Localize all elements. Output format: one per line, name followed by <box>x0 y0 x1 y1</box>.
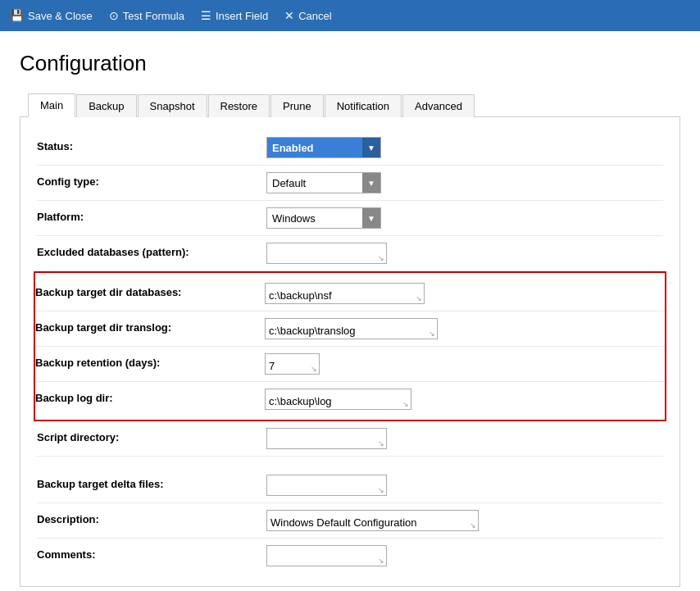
cancel-icon: ✕ <box>284 9 294 22</box>
cancel-button[interactable]: ✕ Cancel <box>284 9 331 22</box>
excluded-db-resize-icon: ↘ <box>378 255 384 262</box>
backup-log-dir-resize-icon: ↘ <box>402 401 409 408</box>
config-type-value: Default ▼ <box>266 172 663 193</box>
excluded-db-field[interactable] <box>269 248 376 262</box>
backup-target-translog-wrapper: c:\backup\translog ↘ <box>265 318 438 339</box>
backup-log-dir-label: Backup log dir: <box>35 389 265 404</box>
script-dir-resize-icon: ↘ <box>378 440 384 448</box>
backup-delta-label: Backup target delta files: <box>37 475 266 490</box>
backup-target-translog-field[interactable]: c:\backup\translog <box>267 324 427 338</box>
tab-snapshot[interactable]: Snapshot <box>138 94 207 117</box>
toolbar: 💾 Save & Close ⊙ Test Formula ☰ Insert F… <box>0 0 700 31</box>
test-formula-label: Test Formula <box>123 10 184 22</box>
cancel-label: Cancel <box>298 10 331 22</box>
backup-delta-row: Backup target delta files: ↘ <box>37 468 663 503</box>
backup-delta-wrapper: ↘ <box>266 475 387 496</box>
excluded-db-row: Excluded databases (pattern): ↘ <box>37 236 663 271</box>
save-close-button[interactable]: 💾 Save & Close <box>10 9 93 22</box>
description-wrapper: Windows Default Configuration ↘ <box>266 510 479 531</box>
excluded-db-value: ↘ <box>266 243 663 264</box>
comments-label: Comments: <box>37 545 266 561</box>
platform-dropdown-arrow: ▼ <box>362 208 380 228</box>
backup-delta-value: ↘ <box>266 475 663 496</box>
comments-value: ↘ <box>266 545 663 566</box>
page-content: Configuration Main Backup Snapshot Resto… <box>0 31 700 587</box>
script-dir-row: Script directory: ↘ <box>37 421 663 457</box>
backup-target-db-value: c:\backup\nsf ↘ <box>265 283 665 304</box>
description-label: Description: <box>37 510 266 525</box>
backup-log-dir-value: c:\backup\log ↘ <box>265 389 665 410</box>
insert-icon: ☰ <box>201 9 211 22</box>
tab-main[interactable]: Main <box>28 93 75 117</box>
platform-dropdown-text: Windows <box>267 212 362 225</box>
comments-row: Comments: ↘ <box>37 539 663 573</box>
comments-wrapper: ↘ <box>266 545 387 566</box>
backup-target-db-row: Backup target dir databases: c:\backup\n… <box>35 276 665 311</box>
backup-retention-resize-icon: ↘ <box>311 366 317 373</box>
backup-delta-field[interactable] <box>269 480 376 494</box>
script-dir-label: Script directory: <box>37 428 266 443</box>
backup-log-dir-field[interactable]: c:\backup\log <box>267 394 401 408</box>
test-formula-button[interactable]: ⊙ Test Formula <box>109 9 184 22</box>
comments-field[interactable] <box>269 551 376 565</box>
script-dir-value: ↘ <box>266 428 663 449</box>
tab-notification[interactable]: Notification <box>325 94 402 117</box>
description-row: Description: Windows Default Configurati… <box>37 503 663 539</box>
script-dir-wrapper: ↘ <box>266 428 387 449</box>
status-value: Enabled ▼ <box>266 137 663 158</box>
formula-icon: ⊙ <box>109 9 119 22</box>
config-type-label: Config type: <box>37 172 266 188</box>
save-icon: 💾 <box>10 9 24 22</box>
status-dropdown-arrow: ▼ <box>362 138 380 157</box>
backup-delta-resize-icon: ↘ <box>378 487 384 494</box>
backup-target-translog-row: Backup target dir translog: c:\backup\tr… <box>35 311 665 347</box>
backup-target-translog-label: Backup target dir translog: <box>35 318 265 334</box>
platform-row: Platform: Windows ▼ <box>37 201 663 236</box>
backup-target-db-wrapper: c:\backup\nsf ↘ <box>265 283 425 304</box>
config-type-row: Config type: Default ▼ <box>37 166 663 201</box>
tab-backup[interactable]: Backup <box>76 94 136 117</box>
insert-field-button[interactable]: ☰ Insert Field <box>201 9 268 22</box>
tab-advanced[interactable]: Advanced <box>402 94 475 117</box>
backup-log-dir-row: Backup log dir: c:\backup\log ↘ <box>35 382 665 416</box>
backup-target-db-label: Backup target dir databases: <box>35 283 265 298</box>
backup-target-db-resize-icon: ↘ <box>416 295 422 302</box>
comments-resize-icon: ↘ <box>378 557 384 565</box>
backup-retention-field[interactable]: 7 <box>267 359 309 373</box>
platform-dropdown[interactable]: Windows ▼ <box>266 207 381 229</box>
config-type-dropdown-text: Default <box>267 177 362 189</box>
status-row: Status: Enabled ▼ <box>37 130 663 166</box>
backup-target-translog-value: c:\backup\translog ↘ <box>265 318 665 339</box>
description-resize-icon: ↘ <box>470 522 476 530</box>
description-field[interactable]: Windows Default Configuration <box>269 516 468 530</box>
platform-value: Windows ▼ <box>266 207 663 229</box>
backup-target-translog-resize-icon: ↘ <box>429 330 435 338</box>
insert-field-label: Insert Field <box>216 10 268 22</box>
page-title: Configuration <box>20 51 680 76</box>
backup-retention-label: Backup retention (days): <box>35 353 265 369</box>
status-dropdown[interactable]: Enabled ▼ <box>266 137 381 158</box>
tab-prune[interactable]: Prune <box>270 94 324 117</box>
backup-retention-value: 7 ↘ <box>265 353 665 375</box>
backup-log-dir-wrapper: c:\backup\log ↘ <box>265 389 411 410</box>
tabs: Main Backup Snapshot Restore Prune Notif… <box>20 93 680 117</box>
spacer-1 <box>37 457 663 468</box>
backup-target-db-field[interactable]: c:\backup\nsf <box>267 289 414 302</box>
backup-retention-row: Backup retention (days): 7 ↘ <box>35 347 665 382</box>
save-close-label: Save & Close <box>28 10 93 22</box>
config-type-dropdown-arrow: ▼ <box>362 173 380 193</box>
status-dropdown-text: Enabled <box>267 142 362 154</box>
excluded-db-label: Excluded databases (pattern): <box>37 243 266 258</box>
description-value: Windows Default Configuration ↘ <box>266 510 663 531</box>
platform-label: Platform: <box>37 207 266 223</box>
script-dir-field[interactable] <box>269 434 376 448</box>
backup-retention-wrapper: 7 ↘ <box>265 353 320 375</box>
config-type-dropdown[interactable]: Default ▼ <box>266 172 381 193</box>
form-area: Status: Enabled ▼ Config type: Default ▼… <box>20 117 680 587</box>
excluded-db-field-wrapper: ↘ <box>266 243 387 264</box>
tab-restore[interactable]: Restore <box>208 94 270 117</box>
status-label: Status: <box>37 137 266 152</box>
